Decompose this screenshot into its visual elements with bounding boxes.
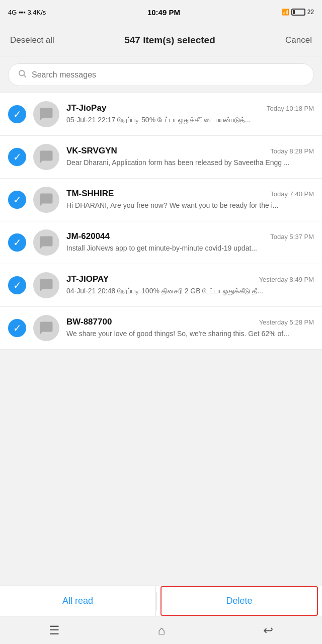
message-preview-4: 04-Jul-21 20:48 நேரப்படி 100% தினசரி 2 G…	[66, 286, 314, 296]
message-time-5: Yesterday 5:28 PM	[259, 318, 314, 326]
home-icon[interactable]: ⌂	[158, 623, 166, 637]
check-icon: ✓	[13, 237, 22, 248]
checkbox-3[interactable]: ✓	[8, 233, 26, 252]
selection-count: 547 item(s) selected	[124, 35, 215, 46]
action-bar: Deselect all 547 item(s) selected Cancel	[0, 24, 322, 56]
checkbox-5[interactable]: ✓	[8, 319, 26, 337]
sender-name-2: TM-SHHIRE	[66, 189, 114, 199]
battery-icon	[291, 9, 305, 16]
message-list: ✓ JT-JioPay Today 10:18 PM 05-Jul-21 22:…	[0, 93, 322, 586]
avatar-0	[33, 101, 59, 127]
checkbox-0[interactable]: ✓	[8, 105, 26, 123]
list-item[interactable]: ✓ JT-JioPay Today 10:18 PM 05-Jul-21 22:…	[0, 93, 322, 136]
status-left: 4G ▪▪▪ 3.4K/s	[8, 9, 46, 16]
bluetooth-icon: 📶	[282, 9, 289, 16]
delete-button[interactable]: Delete	[160, 586, 318, 616]
avatar-1	[33, 144, 59, 170]
deselect-all-button[interactable]: Deselect all	[10, 35, 54, 45]
sender-name-5: BW-887700	[66, 317, 112, 327]
search-container	[0, 56, 322, 93]
check-icon: ✓	[13, 152, 22, 162]
all-read-button[interactable]: All read	[0, 586, 156, 616]
search-input[interactable]	[32, 70, 304, 79]
message-content-3: JM-620044 Today 5:37 PM Install JioNews …	[66, 231, 314, 254]
battery-level: 22	[307, 9, 314, 16]
list-item[interactable]: ✓ TM-SHHIRE Today 7:40 PM Hi DHARANI, Ar…	[0, 179, 322, 221]
message-content-1: VK-SRVGYN Today 8:28 PM Dear Dharani, Ap…	[66, 146, 314, 168]
list-item[interactable]: ✓ JM-620044 Today 5:37 PM Install JioNew…	[0, 221, 322, 264]
svg-line-1	[24, 75, 26, 77]
cancel-button[interactable]: Cancel	[285, 35, 312, 45]
sender-name-1: VK-SRVGYN	[66, 146, 117, 156]
menu-icon[interactable]: ☰	[49, 623, 60, 637]
checkbox-1[interactable]: ✓	[8, 148, 26, 166]
list-item[interactable]: ✓ BW-887700 Yesterday 5:28 PM We share y…	[0, 307, 322, 350]
message-content-4: JT-JIOPAY Yesterday 8:49 PM 04-Jul-21 20…	[66, 274, 314, 296]
list-item[interactable]: ✓ VK-SRVGYN Today 8:28 PM Dear Dharani, …	[0, 136, 322, 179]
message-time-2: Today 7:40 PM	[270, 190, 314, 198]
message-time-4: Yesterday 8:49 PM	[259, 276, 314, 283]
check-icon: ✓	[13, 109, 22, 119]
list-item[interactable]: ✓ JT-JIOPAY Yesterday 8:49 PM 04-Jul-21 …	[0, 264, 322, 307]
bottom-divider	[156, 592, 156, 610]
back-icon[interactable]: ↩	[263, 623, 273, 637]
check-icon: ✓	[13, 195, 22, 205]
status-time: 10:49 PM	[147, 8, 180, 17]
message-time-1: Today 8:28 PM	[270, 147, 314, 155]
svg-point-0	[19, 70, 25, 76]
status-bar: 4G ▪▪▪ 3.4K/s 10:49 PM 📶 22	[0, 0, 322, 24]
sender-name-3: JM-620044	[66, 231, 110, 242]
avatar-4	[33, 272, 59, 298]
avatar-2	[33, 187, 59, 213]
message-preview-5: We share your love of good things! So, w…	[66, 329, 314, 339]
message-preview-3: Install JioNews app to get minute-by-min…	[66, 244, 314, 254]
message-time-3: Today 5:37 PM	[270, 233, 314, 240]
message-content-5: BW-887700 Yesterday 5:28 PM We share you…	[66, 317, 314, 339]
message-time-0: Today 10:18 PM	[267, 105, 314, 112]
message-content-0: JT-JioPay Today 10:18 PM 05-Jul-21 22:17…	[66, 103, 314, 125]
search-bar[interactable]	[8, 63, 314, 86]
message-preview-2: Hi DHARANI, Are you free now? We want yo…	[66, 201, 314, 211]
message-preview-1: Dear Dharani, Application form has been …	[66, 158, 314, 168]
bottom-action-bar: All read Delete	[0, 586, 322, 616]
network-info: 4G ▪▪▪ 3.4K/s	[8, 9, 46, 16]
checkbox-2[interactable]: ✓	[8, 191, 26, 209]
nav-bar: ☰ ⌂ ↩	[0, 616, 322, 644]
avatar-3	[33, 229, 59, 256]
message-preview-0: 05-Jul-21 22:17 நேரப்படி 50% டேட்டா ஒதுக…	[66, 115, 314, 125]
check-icon: ✓	[13, 323, 22, 333]
sender-name-4: JT-JIOPAY	[66, 274, 109, 284]
search-icon	[18, 69, 27, 80]
checkbox-4[interactable]: ✓	[8, 276, 26, 294]
status-right: 📶 22	[282, 9, 314, 16]
sender-name-0: JT-JioPay	[66, 103, 106, 113]
avatar-5	[33, 315, 59, 341]
message-content-2: TM-SHHIRE Today 7:40 PM Hi DHARANI, Are …	[66, 189, 314, 211]
check-icon: ✓	[13, 280, 22, 290]
